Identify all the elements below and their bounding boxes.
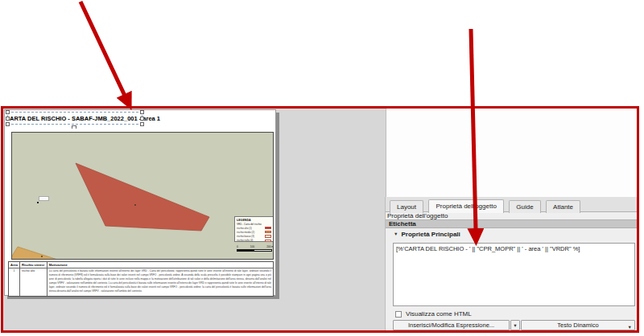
scalebar-tick: 200 m: [266, 245, 274, 248]
table-header-row: Area Rischio sintesi Motivazione: [9, 262, 273, 268]
legend-item: rischio alto (1): [237, 227, 271, 230]
legend-title: LEGENDA: [237, 219, 271, 222]
layout-page[interactable]: ARTA DEL RISCHIO - SABAF-JMB_2022_001 - …: [4, 109, 276, 296]
polygon-label-mark: [134, 204, 136, 206]
selection-handle[interactable]: [140, 122, 144, 126]
legend-swatch-medium: [265, 231, 271, 233]
insert-expression-button[interactable]: Inserisci/Modifica Espressione...: [393, 320, 510, 330]
tab-atlas[interactable]: Atlante: [546, 200, 580, 213]
feature-label: ····: [39, 196, 49, 201]
map-item[interactable]: ···· LEGENDA VRD - Carta del rischio ris…: [11, 132, 274, 260]
map-legend[interactable]: LEGENDA VRD - Carta del rischio rischio …: [234, 216, 274, 242]
scale-bar: [237, 249, 272, 252]
scalebar-tick: 100: [250, 245, 254, 248]
table-header-risk: Rischio sintesi: [20, 262, 47, 268]
table-header-area: Area: [9, 262, 20, 268]
render-html-row: Visualizza come HTML: [395, 310, 472, 318]
legend-swatch-low: [265, 235, 271, 237]
legend-item-label: rischio alto (1): [237, 227, 265, 230]
render-html-checkbox[interactable]: [395, 311, 402, 318]
legend-item: rischio medio (2): [237, 231, 271, 234]
group-main-properties-label: Proprietà Principali: [401, 231, 460, 238]
legend-layer-name: VRD - Carta del rischio: [237, 223, 271, 226]
selection-handle[interactable]: [140, 110, 144, 114]
table-cell-motivation: La carta del pericolosità è basata sulle…: [47, 268, 273, 296]
rotation-handle[interactable]: [72, 125, 76, 129]
selection-handle[interactable]: [6, 117, 10, 121]
render-html-label: Visualizza come HTML: [406, 310, 472, 318]
risk-polygon-secondary: [12, 247, 70, 260]
map-title-text: ARTA DEL RISCHIO - SABAF-JMB_2022_001 - …: [10, 115, 160, 122]
legend-item-label: rischio nullo (4): [237, 239, 265, 242]
selection-handle[interactable]: [6, 110, 10, 114]
dynamic-text-label: Testo Dinamico: [557, 322, 598, 329]
chevron-down-icon: ▼: [628, 323, 632, 332]
tab-item-properties[interactable]: Proprietà dell'oggetto: [428, 199, 503, 213]
collapse-triangle-icon[interactable]: ▼: [394, 232, 398, 236]
section-header-etichetta: Etichetta: [386, 219, 637, 228]
panel-tab-bar: Layout Proprietà dell'oggetto Guide Atla…: [386, 197, 637, 212]
label-expression-input[interactable]: [%'CARTA DEL RISCHIO - ' || "CPR_MOPR" |…: [393, 243, 635, 306]
scalebar-tick: 0: [237, 245, 238, 248]
tab-layout[interactable]: Layout: [390, 200, 423, 213]
risk-polygon-high: [76, 163, 209, 231]
polygon-label-mark: [41, 256, 43, 257]
group-main-properties[interactable]: ▼Proprietà Principali: [394, 231, 460, 238]
expression-dropdown-button[interactable]: ▼: [510, 320, 520, 330]
legend-item-label: rischio basso (3): [237, 235, 265, 238]
annotation-arrow-title: [80, 2, 125, 96]
legend-swatch-high: [265, 227, 271, 229]
map-title-label-item[interactable]: ARTA DEL RISCHIO - SABAF-JMB_2022_001 - …: [7, 112, 142, 125]
legend-item: rischio nullo (4): [237, 239, 271, 242]
legend-item: rischio basso (3): [237, 235, 271, 238]
map-scalebar[interactable]: 0 100 200 m: [237, 245, 274, 252]
chevron-down-icon: ▼: [513, 323, 517, 328]
table-cell-risk: rischio alto: [20, 268, 47, 296]
panel-title: Proprietà dell'oggetto: [387, 212, 448, 219]
selection-handle[interactable]: [6, 122, 10, 126]
dynamic-text-button[interactable]: Testo Dinamico ▼: [521, 320, 635, 330]
items-list-area: [386, 109, 637, 197]
feature-point-marker: [37, 202, 39, 203]
table-header-motivation: Motivazione: [47, 262, 273, 268]
table-row: 1 rischio alto La carta del pericolosità…: [9, 268, 273, 296]
tab-guides[interactable]: Guide: [509, 200, 540, 213]
risk-attribute-table[interactable]: Area Rischio sintesi Motivazione 1 risch…: [8, 261, 274, 297]
legend-swatch-none: [265, 240, 271, 242]
table-cell-area: 1: [9, 268, 20, 296]
legend-item-label: rischio medio (2): [237, 231, 265, 234]
selection-handle[interactable]: [140, 117, 144, 121]
